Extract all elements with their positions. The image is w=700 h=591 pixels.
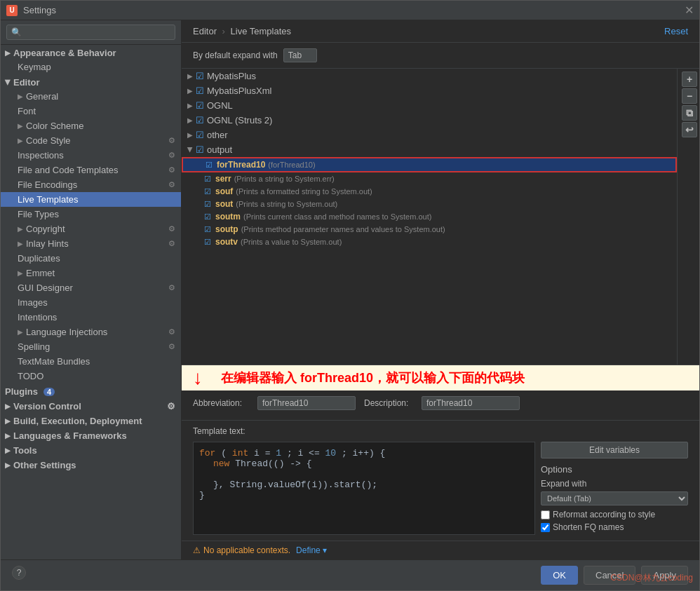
- sidebar-item-gui-designer[interactable]: GUI Designer ⚙: [1, 280, 181, 295]
- annotation-text: 在编辑器输入 forThread10，就可以输入下面的代码块: [221, 371, 525, 385]
- description-input[interactable]: [422, 396, 520, 410]
- template-text-label: Template text:: [193, 426, 688, 436]
- sidebar-item-copyright[interactable]: ▶ Copyright ⚙: [1, 222, 181, 236]
- code-line-4: }, String.valueOf(i)).start();: [199, 480, 529, 490]
- sidebar-item-editor[interactable]: ▶ Editor: [1, 74, 181, 89]
- window-title: Settings: [23, 5, 56, 15]
- sidebar-item-plugins[interactable]: Plugins 4: [1, 383, 181, 398]
- template-item-souf[interactable]: ☑ souf (Prints a formatted string to Sys…: [182, 185, 677, 198]
- sidebar-item-build[interactable]: ▶ Build, Execution, Deployment: [1, 413, 181, 428]
- group-output: ▶ ☑ output ☑ forThread10 (forThread10): [182, 142, 677, 248]
- expand-with-select[interactable]: Default (Tab): [541, 491, 688, 505]
- dialog-footer: ? OK Cancel Apply: [1, 559, 699, 590]
- sidebar-item-file-encodings[interactable]: File Encodings ⚙: [1, 177, 181, 192]
- sidebar-item-todo[interactable]: TODO: [1, 369, 181, 383]
- sidebar: ▶ Appearance & Behavior Keymap ▶ Editor …: [1, 20, 182, 559]
- lang-inject-badge: ⚙: [168, 327, 175, 337]
- undo-template-button[interactable]: ↩: [682, 122, 697, 137]
- inlay-badge: ⚙: [168, 239, 175, 248]
- expand-arrow: ▶: [5, 49, 11, 57]
- inspections-badge: ⚙: [168, 151, 175, 160]
- template-item-soutm[interactable]: ☑ soutm (Prints current class and method…: [182, 210, 677, 223]
- options-title: Options: [541, 464, 688, 475]
- template-text-section: Template text:: [182, 421, 699, 442]
- panel-header: Editor › Live Templates Reset: [182, 20, 699, 43]
- template-item-serr[interactable]: ☑ serr (Prints a string to System.err): [182, 172, 677, 185]
- add-template-button[interactable]: +: [682, 72, 697, 87]
- ok-button[interactable]: OK: [541, 566, 578, 585]
- spelling-badge: ⚙: [168, 342, 175, 351]
- sidebar-item-emmet[interactable]: ▶ Emmet: [1, 266, 181, 280]
- lang-inject-arrow: ▶: [18, 328, 23, 336]
- item-name: sout: [215, 199, 233, 209]
- sidebar-item-live-templates[interactable]: Live Templates: [1, 192, 181, 207]
- edit-variables-button[interactable]: Edit variables: [541, 442, 688, 458]
- sidebar-item-code-style[interactable]: ▶ Code Style ⚙: [1, 133, 181, 148]
- sidebar-item-version-control[interactable]: ▶ Version Control ⚙: [1, 398, 181, 413]
- sidebar-item-intentions[interactable]: Intentions: [1, 310, 181, 325]
- sidebar-item-general[interactable]: ▶ General: [1, 89, 181, 104]
- expand-arrow-editor: ▶: [4, 80, 12, 86]
- sidebar-item-spelling[interactable]: Spelling ⚙: [1, 339, 181, 354]
- group-arrow: ▶: [187, 147, 194, 153]
- sidebar-item-inspections[interactable]: Inspections ⚙: [1, 148, 181, 163]
- reformat-checkbox[interactable]: [541, 510, 550, 519]
- code-line-3: [199, 469, 529, 480]
- define-link[interactable]: Define ▾: [296, 545, 327, 555]
- code-and-options: for ( int i = 1 ; i <= 10 ; i++) { new T…: [182, 442, 699, 541]
- group-header-other[interactable]: ▶ ☑ other: [182, 128, 677, 142]
- sidebar-item-color-scheme[interactable]: ▶ Color Scheme: [1, 118, 181, 133]
- sidebar-item-textmate[interactable]: TextMate Bundles: [1, 354, 181, 369]
- group-header-mybatisplus[interactable]: ▶ ☑ MybatisPlus: [182, 69, 677, 83]
- annotation-banner: ↓ 在编辑器输入 forThread10，就可以输入下面的代码块: [182, 365, 699, 390]
- group-header-ognl-struts2[interactable]: ▶ ☑ OGNL (Struts 2): [182, 113, 677, 128]
- close-button[interactable]: ✕: [685, 4, 694, 17]
- expand-with-label: Expand with: [541, 479, 586, 489]
- sidebar-item-languages[interactable]: ▶ Languages & Frameworks: [1, 428, 181, 442]
- expand-select-row: Default (Tab): [541, 491, 688, 505]
- code-line-2: new Thread(() -> {: [199, 458, 529, 469]
- sidebar-item-language-injections[interactable]: ▶ Language Injections ⚙: [1, 325, 181, 339]
- sidebar-item-inlay-hints[interactable]: ▶ Inlay Hints ⚙: [1, 236, 181, 251]
- reformat-check[interactable]: Reformat according to style: [541, 510, 655, 519]
- abbreviation-input[interactable]: [257, 396, 356, 410]
- expand-select[interactable]: Tab: [283, 48, 317, 62]
- lang-arrow: ▶: [5, 432, 11, 440]
- template-item-soutv[interactable]: ☑ soutv (Prints a value to System.out): [182, 236, 677, 248]
- template-item-soutp[interactable]: ☑ soutp (Prints method parameter names a…: [182, 223, 677, 236]
- template-item-sout[interactable]: ☑ sout (Prints a string to System.out): [182, 198, 677, 210]
- item-desc: (Prints method parameter names and value…: [241, 225, 445, 233]
- help-button[interactable]: ?: [12, 566, 26, 580]
- abbreviation-label: Abbreviation:: [193, 398, 249, 408]
- sidebar-item-tools[interactable]: ▶ Tools: [1, 442, 181, 457]
- item-check: ☑: [204, 187, 211, 196]
- shorten-eq-checkbox[interactable]: [541, 523, 550, 532]
- sidebar-item-keymap[interactable]: Keymap: [1, 60, 181, 74]
- group-other: ▶ ☑ other: [182, 128, 677, 142]
- vc-arrow: ▶: [5, 402, 11, 410]
- item-name: souf: [215, 186, 233, 196]
- other-arrow: ▶: [5, 461, 11, 469]
- group-header-output[interactable]: ▶ ☑ output: [182, 142, 677, 157]
- sidebar-item-file-code-templates[interactable]: File and Code Templates ⚙: [1, 163, 181, 177]
- item-check: ☑: [204, 212, 211, 222]
- remove-template-button[interactable]: −: [682, 88, 697, 104]
- shorten-eq-check[interactable]: Shorten FQ names: [541, 522, 624, 532]
- sidebar-item-appearance[interactable]: ▶ Appearance & Behavior: [1, 45, 181, 60]
- context-bar: ⚠ No applicable contexts. Define ▾: [182, 541, 699, 559]
- group-ognl: ▶ ☑ OGNL: [182, 98, 677, 113]
- group-header-ognl[interactable]: ▶ ☑ OGNL: [182, 98, 677, 113]
- sidebar-item-duplicates[interactable]: Duplicates: [1, 251, 181, 266]
- group-header-mybatisplusxml[interactable]: ▶ ☑ MybatisPlusXml: [182, 83, 677, 98]
- sidebar-item-other-settings[interactable]: ▶ Other Settings: [1, 457, 181, 472]
- template-item-forThread10[interactable]: ☑ forThread10 (forThread10): [182, 157, 677, 172]
- warning-icon: ⚠: [193, 545, 201, 555]
- code-editor[interactable]: for ( int i = 1 ; i <= 10 ; i++) { new T…: [193, 442, 535, 535]
- sidebar-item-file-types[interactable]: File Types: [1, 207, 181, 222]
- reset-button[interactable]: Reset: [664, 26, 688, 36]
- search-input[interactable]: [6, 25, 175, 40]
- sidebar-item-font[interactable]: Font: [1, 104, 181, 118]
- copy-template-button[interactable]: ⧉: [682, 105, 697, 121]
- sidebar-item-images[interactable]: Images: [1, 295, 181, 310]
- group-check: ☑: [196, 71, 204, 81]
